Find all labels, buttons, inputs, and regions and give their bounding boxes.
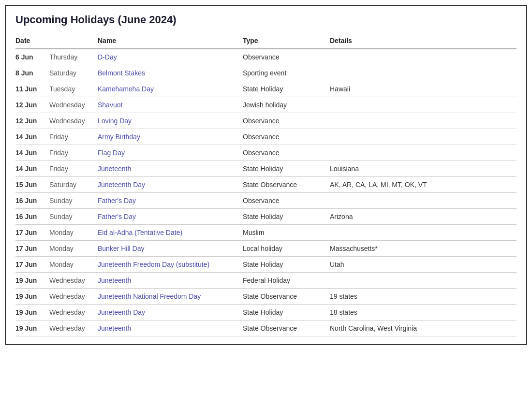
holiday-link[interactable]: Shavuot [98, 101, 122, 109]
cell-name[interactable]: Shavuot [98, 97, 243, 113]
table-row: 8 JunSaturdayBelmont StakesSporting even… [15, 65, 517, 81]
cell-type: Muslim [243, 225, 330, 241]
cell-day: Monday [49, 257, 98, 273]
cell-day: Wednesday [49, 305, 98, 321]
cell-day: Friday [49, 129, 98, 145]
cell-name[interactable]: Father's Day [98, 209, 243, 225]
cell-name[interactable]: Juneteenth Freedom Day (substitute) [98, 257, 243, 273]
cell-day: Wednesday [49, 289, 98, 305]
holiday-link[interactable]: Eid al-Adha (Tentative Date) [98, 229, 182, 236]
table-row: 11 JunTuesdayKamehameha DayState Holiday… [15, 81, 517, 97]
table-row: 17 JunMondayEid al-Adha (Tentative Date)… [15, 225, 517, 241]
cell-type: State Holiday [243, 161, 330, 177]
cell-details [330, 49, 517, 65]
table-row: 12 JunWednesdayLoving DayObservance [15, 113, 517, 129]
table-row: 15 JunSaturdayJuneteenth DayState Observ… [15, 177, 517, 193]
cell-details [330, 225, 517, 241]
holiday-link[interactable]: Juneteenth Day [98, 181, 145, 189]
cell-day: Friday [49, 161, 98, 177]
holiday-link[interactable]: Juneteenth Day [98, 308, 145, 316]
cell-day: Sunday [49, 209, 98, 225]
cell-type: Federal Holiday [243, 273, 330, 289]
cell-type: State Observance [243, 321, 330, 336]
cell-date: 17 Jun [15, 225, 49, 241]
cell-day: Saturday [49, 177, 98, 193]
table-row: 19 JunWednesdayJuneteenth National Freed… [15, 289, 517, 305]
holiday-link[interactable]: Juneteenth [98, 277, 131, 284]
cell-type: Observance [243, 145, 330, 161]
cell-type: Local holiday [243, 241, 330, 257]
cell-type: State Holiday [243, 305, 330, 321]
cell-name[interactable]: Loving Day [98, 113, 243, 129]
cell-details: Massachusetts* [330, 241, 517, 257]
holidays-table: Date Name Type Details 6 JunThursdayD-Da… [15, 34, 517, 336]
cell-name[interactable]: Juneteenth [98, 161, 243, 177]
table-row: 19 JunWednesdayJuneteenthState Observanc… [15, 321, 517, 336]
cell-name[interactable]: Belmont Stakes [98, 65, 243, 81]
cell-date: 15 Jun [15, 177, 49, 193]
cell-day: Monday [49, 225, 98, 241]
cell-details [330, 193, 517, 209]
holiday-link[interactable]: Juneteenth [98, 165, 131, 173]
header-day [49, 34, 98, 49]
cell-name[interactable]: Bunker Hill Day [98, 241, 243, 257]
cell-name[interactable]: Eid al-Adha (Tentative Date) [98, 225, 243, 241]
cell-name[interactable]: Juneteenth [98, 321, 243, 336]
table-row: 14 JunFridayFlag DayObservance [15, 145, 517, 161]
cell-date: 17 Jun [15, 241, 49, 257]
cell-name[interactable]: Army Birthday [98, 129, 243, 145]
cell-name[interactable]: Kamehameha Day [98, 81, 243, 97]
cell-name[interactable]: Juneteenth Day [98, 305, 243, 321]
holiday-link[interactable]: Belmont Stakes [98, 69, 145, 77]
cell-day: Monday [49, 241, 98, 257]
holiday-link[interactable]: Juneteenth National Freedom Day [98, 292, 201, 300]
table-row: 19 JunWednesdayJuneteenthFederal Holiday [15, 273, 517, 289]
cell-day: Saturday [49, 65, 98, 81]
holiday-link[interactable]: Juneteenth [98, 324, 131, 332]
cell-name[interactable]: Juneteenth National Freedom Day [98, 289, 243, 305]
holiday-link[interactable]: Bunker Hill Day [98, 245, 144, 252]
cell-details: Arizona [330, 209, 517, 225]
cell-type: State Holiday [243, 209, 330, 225]
cell-type: State Holiday [243, 81, 330, 97]
cell-details: Hawaii [330, 81, 517, 97]
holiday-link[interactable]: Father's Day [98, 197, 136, 204]
cell-date: 19 Jun [15, 305, 49, 321]
cell-day: Tuesday [49, 81, 98, 97]
holiday-link[interactable]: Father's Day [98, 213, 136, 220]
holiday-link[interactable]: Juneteenth Freedom Day (substitute) [98, 261, 209, 268]
cell-date: 17 Jun [15, 257, 49, 273]
cell-details [330, 145, 517, 161]
cell-name[interactable]: Juneteenth Day [98, 177, 243, 193]
cell-day: Wednesday [49, 321, 98, 336]
holiday-link[interactable]: Loving Day [98, 117, 132, 125]
page-title: Upcoming Holidays (June 2024) [15, 14, 517, 26]
cell-details: 18 states [330, 305, 517, 321]
holiday-link[interactable]: Army Birthday [98, 133, 140, 141]
cell-day: Wednesday [49, 113, 98, 129]
cell-details [330, 65, 517, 81]
cell-date: 16 Jun [15, 209, 49, 225]
cell-date: 14 Jun [15, 161, 49, 177]
table-row: 14 JunFridayJuneteenthState HolidayLouis… [15, 161, 517, 177]
cell-type: Observance [243, 193, 330, 209]
table-header-row: Date Name Type Details [15, 34, 517, 49]
cell-name[interactable]: D-Day [98, 49, 243, 65]
cell-date: 19 Jun [15, 289, 49, 305]
table-row: 12 JunWednesdayShavuotJewish holiday [15, 97, 517, 113]
holiday-link[interactable]: Kamehameha Day [98, 85, 154, 93]
cell-details [330, 97, 517, 113]
cell-details [330, 273, 517, 289]
cell-name[interactable]: Flag Day [98, 145, 243, 161]
header-date: Date [15, 34, 49, 49]
cell-name[interactable]: Father's Day [98, 193, 243, 209]
header-type: Type [243, 34, 330, 49]
cell-name[interactable]: Juneteenth [98, 273, 243, 289]
holiday-link[interactable]: Flag Day [98, 149, 125, 157]
table-row: 14 JunFridayArmy BirthdayObservance [15, 129, 517, 145]
cell-details [330, 113, 517, 129]
cell-day: Wednesday [49, 273, 98, 289]
holiday-link[interactable]: D-Day [98, 53, 117, 61]
cell-day: Sunday [49, 193, 98, 209]
table-row: 17 JunMondayBunker Hill DayLocal holiday… [15, 241, 517, 257]
